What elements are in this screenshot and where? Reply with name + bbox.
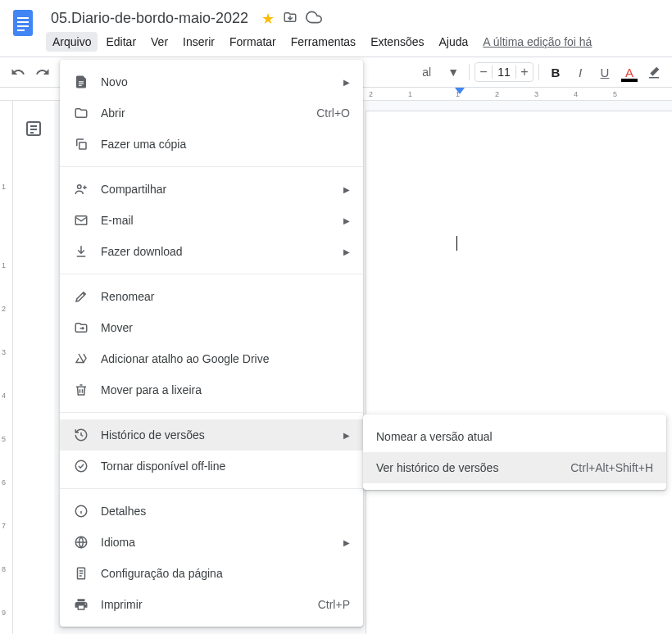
trash-icon [73, 382, 89, 398]
drive-shortcut-icon [73, 351, 89, 367]
svg-rect-2 [17, 21, 29, 23]
svg-rect-3 [17, 25, 29, 27]
indent-marker-icon[interactable] [455, 88, 465, 97]
menu-item-download[interactable]: Fazer download ▶ [60, 236, 363, 267]
separator [469, 64, 470, 80]
chevron-right-icon: ▶ [343, 216, 350, 225]
menu-formatar[interactable]: Formatar [223, 32, 283, 52]
menu-inserir[interactable]: Inserir [176, 32, 221, 52]
menu-item-fazer-copia[interactable]: Fazer uma cópia [60, 129, 363, 160]
submenu-item-ver-historico[interactable]: Ver histórico de versões Ctrl+Alt+Shift+… [363, 452, 666, 483]
chevron-right-icon: ▶ [343, 78, 350, 87]
chevron-right-icon: ▶ [343, 538, 350, 547]
history-icon [73, 427, 89, 443]
menu-item-config-pagina[interactable]: Configuração da página [60, 558, 363, 589]
font-size-decrease[interactable]: − [475, 65, 492, 79]
cloud-status-icon[interactable] [306, 9, 322, 29]
highlight-button[interactable] [642, 61, 665, 84]
info-icon [73, 503, 89, 519]
menu-item-imprimir[interactable]: Imprimir Ctrl+P [60, 589, 363, 620]
svg-rect-1 [17, 17, 29, 19]
svg-point-17 [75, 460, 87, 472]
menu-item-email[interactable]: E-mail ▶ [60, 205, 363, 236]
vertical-ruler[interactable]: 1 1 2 3 4 5 6 7 8 9 10 11 12 [0, 101, 13, 634]
menu-item-detalhes[interactable]: Detalhes [60, 496, 363, 527]
move-icon [73, 319, 89, 336]
svg-point-13 [78, 185, 82, 189]
text-cursor [456, 236, 457, 251]
document-title[interactable]: 05.Diario-de-bordo-maio-2022 [46, 8, 253, 29]
menu-item-mover[interactable]: Mover [60, 312, 363, 343]
chevron-right-icon: ▶ [343, 431, 350, 440]
menu-item-renomear[interactable]: Renomear [60, 281, 363, 312]
text-color-button[interactable]: A [618, 61, 641, 84]
svg-rect-9 [79, 81, 84, 82]
bold-button[interactable]: B [544, 61, 567, 84]
document-outline-icon[interactable] [24, 119, 43, 634]
submenu-item-nomear-versao[interactable]: Nomear a versão atual [363, 421, 666, 452]
star-icon[interactable]: ★ [261, 10, 275, 28]
language-icon [73, 534, 89, 550]
chevron-right-icon: ▶ [343, 185, 350, 194]
offline-icon [73, 458, 89, 474]
menu-item-novo[interactable]: Novo ▶ [60, 66, 363, 97]
copy-icon [73, 136, 89, 152]
font-size-increase[interactable]: + [516, 65, 533, 79]
print-icon [73, 596, 89, 613]
menu-item-offline[interactable]: Tornar disponível off-line [60, 451, 363, 482]
menu-extensoes[interactable]: Extensões [364, 32, 430, 52]
svg-rect-10 [79, 84, 84, 84]
email-icon [73, 212, 89, 229]
download-icon [73, 243, 89, 260]
svg-rect-12 [79, 143, 86, 149]
file-menu-dropdown: Novo ▶ Abrir Ctrl+O Fazer uma cópia Comp… [60, 60, 363, 627]
menu-item-adicionar-atalho[interactable]: Adicionar atalho ao Google Drive [60, 343, 363, 374]
menu-ajuda[interactable]: Ajuda [433, 32, 475, 52]
page[interactable] [366, 111, 672, 634]
font-size-input[interactable]: 11 [492, 66, 516, 79]
menu-editar[interactable]: Editar [99, 32, 143, 52]
chevron-right-icon: ▶ [343, 247, 350, 256]
redo-button[interactable] [31, 61, 54, 84]
version-history-submenu: Nomear a versão atual Ver histórico de v… [363, 414, 666, 490]
move-to-folder-icon[interactable] [283, 10, 297, 28]
page-setup-icon [73, 565, 89, 582]
menu-item-compartilhar[interactable]: Compartilhar ▶ [60, 174, 363, 205]
svg-rect-11 [79, 85, 82, 86]
undo-button[interactable] [7, 61, 30, 84]
menubar: Arquivo Editar Ver Inserir Formatar Ferr… [46, 30, 672, 53]
menu-item-idioma[interactable]: Idioma ▶ [60, 527, 363, 558]
last-edit-link[interactable]: A última edição foi há [476, 32, 598, 52]
separator [538, 64, 539, 80]
underline-button[interactable]: U [593, 61, 616, 84]
menu-ferramentas[interactable]: Ferramentas [284, 32, 362, 52]
menu-item-historico-versoes[interactable]: Histórico de versões ▶ [60, 419, 363, 451]
share-icon [73, 181, 89, 197]
svg-rect-4 [17, 29, 25, 31]
menu-ver[interactable]: Ver [144, 32, 175, 52]
divider [60, 488, 363, 489]
rename-icon [73, 288, 89, 305]
menu-item-abrir[interactable]: Abrir Ctrl+O [60, 97, 363, 129]
docs-logo[interactable] [7, 7, 39, 39]
font-family-select[interactable]: al ▼ [417, 66, 464, 79]
italic-button[interactable]: I [569, 61, 592, 84]
font-size-group: − 11 + [474, 62, 534, 82]
divider [60, 166, 363, 167]
menu-arquivo[interactable]: Arquivo [46, 32, 98, 52]
folder-icon [73, 105, 89, 121]
divider [60, 412, 363, 413]
menu-item-lixeira[interactable]: Mover para a lixeira [60, 374, 363, 405]
document-icon [73, 74, 89, 90]
divider [60, 274, 363, 274]
